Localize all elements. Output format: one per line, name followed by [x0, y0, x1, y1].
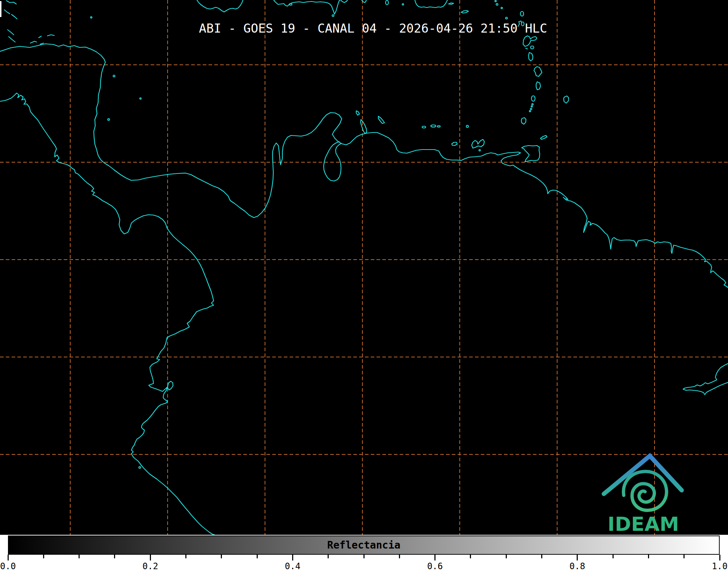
island-tobago: [540, 135, 547, 139]
colorbar-tick-label: 1.0: [712, 561, 727, 571]
island-curacao: [361, 119, 367, 134]
coastline-pacific: [0, 93, 214, 535]
island-grenadines-4: [529, 110, 531, 112]
island-hispaniola: [274, 0, 340, 14]
colorbar-minor-tick: [79, 555, 80, 558]
colorbar-major-tick: [719, 555, 720, 560]
logo-text: IDEAM: [607, 513, 679, 535]
island-mona: [386, 0, 388, 5]
colorbar-tick-label: 0.4: [285, 561, 300, 571]
colorbar-minor-tick: [683, 555, 685, 558]
island-trinidad: [522, 146, 540, 162]
coastline-caribbean-mainland: [0, 44, 728, 287]
island-grenadines-2: [531, 106, 533, 107]
colorbar-major-tick: [434, 555, 435, 560]
island-bonaire: [378, 116, 384, 123]
island-hispaniola-east: [341, 0, 348, 3]
island-st-croix: [461, 11, 468, 13]
colorbar-minor-tick: [43, 555, 44, 558]
bay-islands-3: [47, 35, 54, 36]
satellite-map: IDEAM ABI - GOES 19 - CANAL 04 - 2026-04…: [0, 0, 728, 535]
clipped-axis-mark: [0, 1, 1, 17]
colorbar-minor-tick: [114, 555, 115, 558]
island-coche: [479, 150, 480, 151]
island-providencia: [113, 75, 115, 77]
island-marie-galante: [531, 46, 534, 49]
colorbar-tick-label: 0.0: [0, 561, 16, 571]
islet-dot-2: [495, 0, 496, 2]
colorbar-minor-tick: [257, 555, 258, 558]
colorbar-major-tick: [8, 555, 9, 560]
cuba-cays-1: [7, 1, 16, 4]
colorbar-major-tick: [150, 555, 151, 560]
logo-hurricane-spiral-icon: [623, 471, 666, 510]
bay-islands-1: [30, 41, 37, 43]
island-san-andres: [108, 119, 110, 121]
image-title: ABI - GOES 19 - CANAL 04 - 2026-04-26 21…: [199, 21, 547, 35]
island-grenadines-3: [530, 108, 532, 110]
colorbar-major-tick: [292, 555, 293, 560]
colorbar-tick-label: 0.8: [569, 561, 585, 571]
coastlines: [0, 0, 728, 535]
lake-maracaibo: [324, 142, 341, 181]
island-montserrat: [521, 12, 524, 16]
island-swan: [91, 17, 92, 18]
ideam-logo: IDEAM: [604, 456, 682, 535]
colorbar-minor-tick: [185, 555, 186, 558]
island-los-roques: [431, 125, 436, 127]
island-aruba: [356, 111, 359, 115]
colorbar-tick-label: 0.2: [143, 561, 158, 571]
graticule-grid: [0, 0, 728, 535]
island-vieques: [449, 3, 454, 4]
colorbar-minor-tick: [221, 555, 222, 558]
colorbar-label: Reflectancia: [327, 539, 400, 551]
island-dominica: [529, 53, 533, 61]
islet-bay: [290, 4, 292, 5]
colorbar-minor-tick: [648, 555, 649, 558]
island-orchila: [437, 126, 440, 127]
islet-dot-1: [402, 4, 404, 5]
map-canvas: IDEAM: [0, 0, 728, 535]
islet-haiti-tip: [332, 15, 334, 17]
island-grenada: [521, 118, 526, 124]
colorbar-minor-tick: [506, 555, 507, 558]
island-margarita: [472, 139, 484, 148]
island-puna: [168, 381, 173, 390]
island-st-vincent: [531, 96, 535, 101]
island-martinique: [534, 67, 542, 76]
colorbar-major-tick: [577, 555, 578, 560]
island-tortuga: [452, 142, 457, 146]
coastline-amazon-mouth: [683, 364, 728, 395]
cuba-cays-5: [9, 37, 15, 42]
colorbar-minor-tick: [328, 555, 329, 558]
colorbar-minor-tick: [541, 555, 542, 558]
island-st-lucia: [536, 82, 540, 90]
island-jamaica: [197, 0, 243, 12]
island-puerto-rico: [415, 0, 447, 8]
island-blanquilla: [466, 125, 468, 127]
cuba-cays-4: [8, 30, 14, 35]
cuba-cays-2: [4, 10, 10, 14]
colorbar-minor-tick: [363, 555, 365, 558]
islet-dot-4: [501, 7, 502, 9]
island-guadeloupe: [523, 36, 537, 46]
islet-peru-coast: [139, 467, 141, 469]
logo-roof-icon: [604, 456, 682, 494]
islet-dot-3: [496, 4, 498, 5]
colorbar-tick-label: 0.6: [427, 561, 443, 571]
colorbar-minor-tick: [399, 555, 400, 558]
islet-dot-6: [140, 98, 141, 99]
colorbar-minor-tick: [470, 555, 471, 558]
bay-islands-2: [39, 36, 41, 38]
colorbar-minor-tick: [613, 555, 614, 558]
colorbar-area: Reflectancia 0.00.20.40.60.81.0: [0, 535, 728, 571]
islet-dot-5: [506, 17, 508, 19]
islet-dash: [526, 48, 527, 49]
island-barbados: [564, 96, 569, 103]
island-las-aves: [422, 126, 426, 128]
cuba-cays-3: [12, 14, 17, 19]
island-grenadines-1: [532, 104, 533, 105]
